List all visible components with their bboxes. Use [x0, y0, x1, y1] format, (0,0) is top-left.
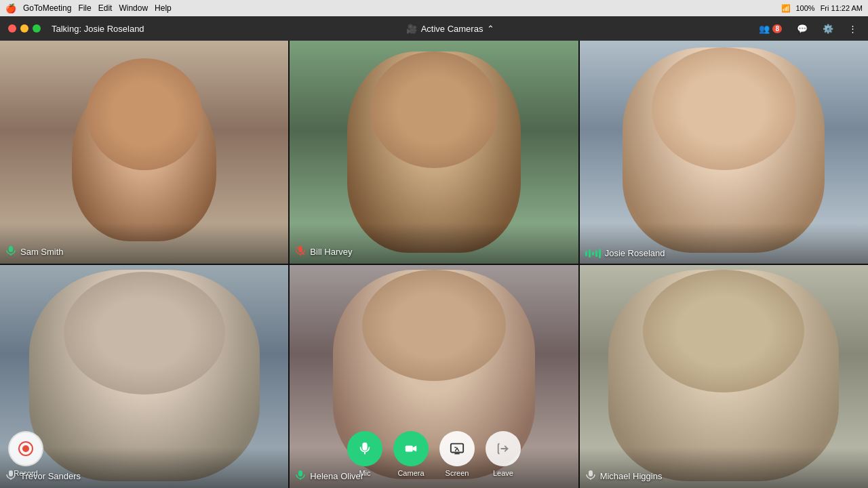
- mic-active-icon-2: [295, 470, 306, 483]
- participant-name-trevor-sanders: Trevor Sanders: [5, 470, 81, 483]
- menu-file[interactable]: File: [78, 3, 91, 13]
- participants-count: 8: [772, 24, 782, 33]
- minimize-button[interactable]: [20, 24, 28, 33]
- video-cell-josie-roseland: Josie Roseland: [580, 41, 868, 264]
- participant-name-bill-harvey: Bill Harvey: [295, 245, 352, 258]
- camera-label: Camera: [397, 469, 424, 477]
- video-cell-trevor-sanders: Record Trevor Sanders: [0, 265, 288, 488]
- participant-name-sam-smith: Sam Smith: [5, 245, 64, 258]
- mic-active-icon: [5, 245, 16, 258]
- mic-button-circle[interactable]: [347, 431, 382, 466]
- more-icon: ⋮: [848, 24, 857, 34]
- svg-rect-9: [406, 445, 413, 451]
- titlebar-right: 👥 8 💬 ⚙️ ⋮: [756, 22, 860, 35]
- view-mode-label: Active Cameras: [421, 24, 484, 34]
- settings-button[interactable]: ⚙️: [820, 22, 836, 35]
- titlebar-center[interactable]: 🎥 Active Cameras ⌃: [406, 24, 495, 34]
- close-button[interactable]: [8, 24, 16, 33]
- more-options-button[interactable]: ⋮: [846, 22, 860, 35]
- apple-logo-icon: 🍎: [5, 3, 16, 14]
- menubar-left: 🍎 GoToMeeting File Edit Window Help: [5, 3, 172, 14]
- participants-icon: 👥: [759, 24, 770, 34]
- gear-icon: ⚙️: [823, 24, 833, 34]
- titlebar-left: Talking: Josie Roseland: [8, 24, 144, 34]
- mic-muted-icon-2: [5, 470, 16, 483]
- battery-status: 100%: [796, 4, 815, 12]
- video-cell-sam-smith: Sam Smith: [0, 41, 288, 264]
- camera-button-circle[interactable]: [393, 431, 429, 466]
- video-cell-helena-oliver: Mic Camera: [290, 265, 578, 488]
- maximize-button[interactable]: [33, 24, 41, 33]
- participant-name-josie-roseland: Josie Roseland: [585, 248, 665, 258]
- camera-button[interactable]: Camera: [393, 431, 429, 477]
- chat-button[interactable]: 💬: [794, 22, 810, 35]
- mic-muted-icon: [295, 245, 306, 258]
- record-button[interactable]: [8, 431, 43, 466]
- macos-menubar: 🍎 GoToMeeting File Edit Window Help 📶 10…: [0, 0, 868, 16]
- menu-edit[interactable]: Edit: [98, 3, 113, 13]
- video-cell-michael-higgins: Michael Higgins: [580, 265, 868, 488]
- camera-icon: 🎥: [406, 24, 417, 34]
- screen-button[interactable]: Screen: [439, 431, 475, 477]
- leave-button[interactable]: Leave: [486, 431, 521, 477]
- app-titlebar: Talking: Josie Roseland 🎥 Active Cameras…: [0, 16, 868, 41]
- video-grid: Sam Smith Bill Harvey: [0, 41, 868, 488]
- clock: Fri 11:22 AM: [821, 4, 863, 12]
- participant-name-helena-oliver: Helena Oliver: [295, 470, 363, 483]
- svg-rect-16: [589, 470, 593, 476]
- svg-rect-5: [9, 470, 13, 476]
- wifi-icon: 📶: [781, 4, 791, 13]
- participants-button[interactable]: 👥 8: [756, 22, 785, 35]
- menu-help[interactable]: Help: [155, 3, 172, 13]
- screen-button-circle[interactable]: [439, 431, 475, 466]
- leave-label: Leave: [493, 469, 513, 477]
- mic-muted-icon-3: [585, 470, 596, 483]
- record-dot-icon: [22, 445, 29, 452]
- audio-bars-icon: [585, 249, 601, 258]
- svg-rect-14: [298, 470, 302, 476]
- menubar-right: 📶 100% Fri 11:22 AM: [781, 4, 863, 13]
- meeting-toolbar: Mic Camera: [347, 431, 521, 477]
- app-name: GoToMeeting: [23, 3, 71, 13]
- talking-indicator: Talking: Josie Roseland: [52, 24, 144, 34]
- menu-window[interactable]: Window: [119, 3, 148, 13]
- leave-button-circle[interactable]: [486, 431, 521, 466]
- record-inner: [18, 441, 33, 456]
- video-cell-bill-harvey: Bill Harvey: [290, 41, 578, 264]
- chat-icon: 💬: [797, 24, 808, 34]
- svg-rect-7: [362, 443, 367, 451]
- traffic-lights: [8, 24, 41, 33]
- chevron-icon: ⌃: [487, 24, 494, 34]
- svg-rect-0: [9, 246, 13, 252]
- screen-label: Screen: [446, 469, 469, 477]
- participant-name-michael-higgins: Michael Higgins: [585, 470, 663, 483]
